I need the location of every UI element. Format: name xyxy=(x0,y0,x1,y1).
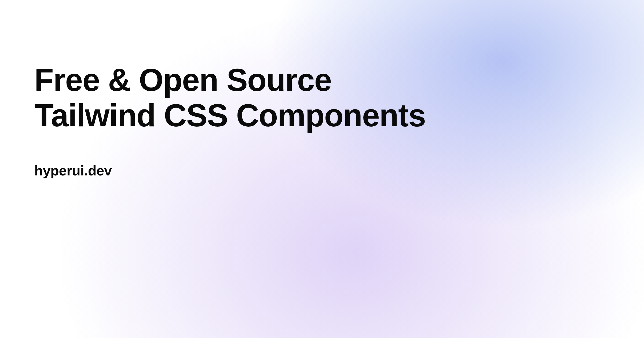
hero-domain: hyperui.dev xyxy=(34,163,426,179)
hero-headline: Free & Open Source Tailwind CSS Componen… xyxy=(34,62,426,133)
hero-headline-line-2: Tailwind CSS Components xyxy=(34,98,426,133)
hero-headline-line-1: Free & Open Source xyxy=(34,62,331,98)
hero-section: Free & Open Source Tailwind CSS Componen… xyxy=(34,62,426,179)
